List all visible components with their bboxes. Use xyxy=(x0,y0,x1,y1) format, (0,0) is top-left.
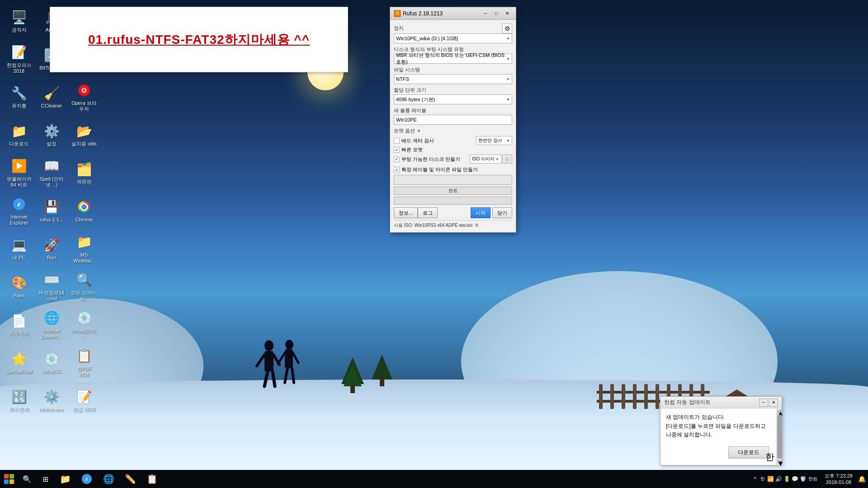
pen-taskbar-icon: ✏️ xyxy=(125,474,136,484)
desktop-icon-desktop[interactable]: 🖥️ 공작자 xyxy=(4,4,34,38)
tray-chevron-icon[interactable]: ^ xyxy=(751,475,759,483)
icon-label-paint: Paint xyxy=(13,293,24,299)
rufus-device-select[interactable]: Win10PE_w&w (D:) [4.1GB] ▼ xyxy=(394,33,512,43)
desktop-icon-mypc[interactable]: 💻 내 PC xyxy=(4,231,34,266)
tray-network-icon[interactable]: 📶 xyxy=(767,475,774,483)
rufus-bootable-checkbox[interactable]: ✓ xyxy=(394,156,400,162)
explorer-icon: 📁 xyxy=(60,474,71,484)
rufus-start-button[interactable]: 시작 xyxy=(471,207,491,218)
hangul-scroll-down[interactable]: ▼ xyxy=(777,460,782,464)
rufus-titlebar: R Rufus 2.18.1213 ─ □ ✕ xyxy=(390,7,516,20)
desktop-icon-ie[interactable]: e Internet Explorer xyxy=(4,193,34,228)
rufus-device-label: 장치 xyxy=(394,25,404,32)
rufus-fs-select[interactable]: NTFS ▼ xyxy=(394,74,512,84)
rufus-log-button[interactable]: 로그 xyxy=(418,207,438,218)
rufus-close-button[interactable]: ✕ xyxy=(502,9,512,18)
desktop-icon-hangul2018[interactable]: 📝 한글 2018 xyxy=(69,383,99,418)
hangul-minimize-button[interactable]: ─ xyxy=(759,399,768,407)
desktop-icon-exe[interactable]: ⚙️ bthlhm.exe xyxy=(36,383,67,418)
svg-rect-23 xyxy=(633,384,637,409)
rufus-close-dialog-button[interactable]: 닫기 xyxy=(492,207,512,218)
rufus-name-input[interactable] xyxy=(394,115,512,125)
desktop-icon-cmd[interactable]: ⌨️ 버전정보14 .cmd xyxy=(36,269,67,304)
svg-rect-22 xyxy=(622,384,625,409)
rufus-partition-arrow: ▼ xyxy=(506,57,510,61)
ie-taskbar-icon: e xyxy=(82,474,92,484)
desktop-icon-jaepal[interactable]: 🗂️ 재편판 xyxy=(69,155,99,190)
hangul-scroll-up[interactable]: ▲ xyxy=(777,409,782,414)
desktop-icon-utils[interactable]: 📂 설치용 utils xyxy=(69,117,99,152)
icon-label-specialchar: SpecialChar xyxy=(5,369,33,375)
taskbar-icon-pen[interactable]: ✏️ xyxy=(119,470,141,488)
tray-volume-icon[interactable]: 🔊 xyxy=(775,475,782,483)
icon-label-rufus: rufus 2.1... xyxy=(40,217,63,223)
hangul-scroll-thumb xyxy=(777,415,782,459)
rufus-status-bar: 사용 ISO: Win10RS3 x64 ADPE ww.iso # xyxy=(394,220,512,229)
desktop-icon-virtualdvd[interactable]: 💿 VirtualDVD... xyxy=(69,307,99,342)
rufus-cluster-value: 4096 bytes (기본) xyxy=(396,96,435,103)
desktop-icon-opera[interactable]: O Opera 브라우저 xyxy=(69,80,99,114)
desktop-icon-ultraiso[interactable]: 💿 UltraISO xyxy=(36,345,67,380)
desktop-icon-run[interactable]: 🚀 Run xyxy=(36,231,67,266)
rufus-bad-sector-select[interactable]: 한번만 검사 ▼ xyxy=(476,136,512,145)
rufus-iso-path-input[interactable] xyxy=(394,175,512,185)
desktop-icon-chrome[interactable]: Chrome xyxy=(69,193,99,228)
rufus-extended-checkbox[interactable]: ✓ xyxy=(394,167,400,173)
desktop-icon-hancom[interactable]: 📝 한컴오피스 2018 xyxy=(4,42,34,76)
svg-rect-17 xyxy=(380,380,384,386)
rufus-quick-format-checkbox[interactable]: ✓ xyxy=(394,147,400,153)
desktop-icon-settings[interactable]: ⚙️ 설정 xyxy=(36,117,67,152)
task-view-button[interactable]: ⊞ xyxy=(36,470,54,488)
taskbar-icon-task[interactable]: 📋 xyxy=(141,470,163,488)
icon-label-utils: 설치용 utils xyxy=(71,141,97,147)
rufus-about-button[interactable]: 정보... xyxy=(394,207,418,218)
rufus-cluster-select[interactable]: 4096 bytes (기본) ▼ xyxy=(394,94,512,104)
tree-2 xyxy=(371,355,393,389)
desktop-icon-rufus[interactable]: 💾 rufus 2.1... xyxy=(36,193,67,228)
desktop-icon-spell[interactable]: 📖 Spell (인터넷 ...) xyxy=(36,155,67,190)
desktop-icon-donoterase[interactable]: 📄 지우지마 xyxy=(4,307,34,342)
rufus-bad-sector-checkbox[interactable] xyxy=(394,138,400,144)
rufus-extended-label: 확장 레이블 및 아이콘 파일 만들기 xyxy=(401,166,478,173)
rufus-bootable-type-select[interactable]: ISO 이미지 ▼ xyxy=(470,155,501,164)
search-button[interactable]: 🔍 xyxy=(18,470,36,488)
hangul-close-button[interactable]: ✕ xyxy=(769,399,778,407)
rufus-settings-icon[interactable]: ⚙ xyxy=(502,23,512,33)
desktop-icon-hanpdf[interactable]: 📋 한PDF 2018 xyxy=(69,345,99,380)
svg-rect-25 xyxy=(656,384,659,409)
taskbar-icon-explorer[interactable]: 📁 xyxy=(54,470,76,488)
desktop-icon-paint[interactable]: 🎨 Paint xyxy=(4,269,34,304)
svg-line-11 xyxy=(292,368,294,383)
tray-ime-icon[interactable]: 한 xyxy=(760,475,766,483)
icon-label-hangul2018: 한글 2018 xyxy=(73,407,95,413)
system-clock[interactable]: 오후 7:23:28 2018-01-08 xyxy=(821,470,856,488)
rufus-iso-browse-button[interactable]: 💿 xyxy=(502,155,512,164)
desktop-icon-specialchar2[interactable]: 🔣 특수문자 xyxy=(4,383,34,418)
desktop-icon-download[interactable]: 📁 다운로드 xyxy=(4,117,34,152)
desktop-icon-specialchar[interactable]: ⭐ SpecialChar xyxy=(4,345,34,380)
icon-label-ultraiso: UltraISO xyxy=(42,369,61,375)
tray-battery-icon[interactable]: 🔋 xyxy=(783,475,790,483)
desktop-icon-drives[interactable]: 🔍 모든 드라이브... xyxy=(69,269,99,304)
desktop-icon-ms-folder[interactable]: 📁 MS Window... xyxy=(69,231,99,266)
notification-button[interactable]: 🔔 xyxy=(857,470,866,488)
desktop-icon-fusion[interactable]: 🔧 퓨지통 xyxy=(4,80,34,114)
start-button[interactable] xyxy=(0,470,18,488)
svg-rect-7 xyxy=(285,349,293,368)
rufus-minimize-button[interactable]: ─ xyxy=(481,9,491,18)
tray-hangul-icon[interactable]: 한컴 xyxy=(807,475,818,483)
svg-line-5 xyxy=(273,371,275,386)
desktop-icon-ccleaner[interactable]: 🧹 CCleaner xyxy=(36,80,67,114)
desktop-icon-potplayer[interactable]: ▶️ 팟플레이어 64 비트 xyxy=(4,155,34,190)
rufus-maximize-button[interactable]: □ xyxy=(491,9,501,18)
taskbar-icon-edge[interactable]: 🌐 xyxy=(98,470,119,488)
tray-security-icon[interactable]: 🛡️ xyxy=(799,475,807,483)
tray-message-icon[interactable]: 💬 xyxy=(791,475,798,483)
rufus-partition-select[interactable]: MBR 파티션 형식의 BIOS 또는 UEFI-CSM (BIOS 호환) ▼ xyxy=(394,54,512,64)
hangul-download-button[interactable]: 다운로드 xyxy=(728,446,769,459)
taskbar-icon-ie[interactable]: e xyxy=(76,470,98,488)
desktop-icon-idownload[interactable]: 🌐 Internet Downlo... xyxy=(36,307,67,342)
presentation-window: 01.rufus-NTFS-FAT32하지마세용 ^^ xyxy=(50,7,348,72)
rufus-device-arrow: ▼ xyxy=(506,37,510,41)
rufus-partition-field: 디스크 형식의 부팅 시스템 유형 MBR 파티션 형식의 BIOS 또는 UE… xyxy=(394,46,512,64)
